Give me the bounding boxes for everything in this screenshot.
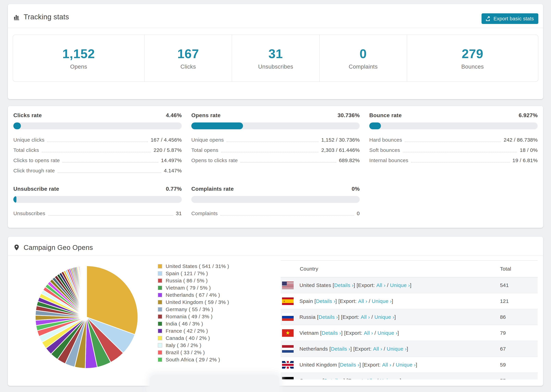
export-all-link[interactable]: All › bbox=[366, 378, 375, 379]
legend-swatch bbox=[158, 343, 162, 348]
rate-detail-row: Complaints0 bbox=[191, 208, 360, 219]
export-all-link[interactable]: All › bbox=[364, 330, 373, 336]
campaign-geo-opens-card: Campaign Geo Opens United States ( 541 /… bbox=[8, 237, 543, 386]
stat-box-opens: 1,152Opens bbox=[13, 35, 144, 81]
rate-detail-row: Total opens2,303 / 61.446% bbox=[191, 145, 360, 155]
stat-value: 167 bbox=[177, 47, 199, 61]
legend-swatch bbox=[158, 271, 162, 276]
details-link[interactable]: Details › bbox=[316, 298, 335, 304]
rate-progress-bar bbox=[369, 122, 538, 129]
legend-item: United States ( 541 / 31% ) bbox=[158, 263, 281, 270]
es-flag-icon bbox=[282, 297, 294, 305]
rate-value: 6.927% bbox=[519, 112, 538, 119]
details-link[interactable]: Details › bbox=[322, 330, 341, 336]
geo-table-row-ru: Russia [Details ›] [Export: All › / Uniq… bbox=[281, 309, 538, 325]
geo-table-row-us: United States [Details ›] [Export: All ›… bbox=[281, 277, 538, 293]
export-unique-link[interactable]: Unique › bbox=[396, 362, 416, 368]
export-unique-link[interactable]: Unique › bbox=[390, 282, 410, 288]
rate-detail-value: 4.147% bbox=[164, 168, 182, 174]
rate-value: 0.77% bbox=[166, 186, 182, 192]
rate-section-complaints-rate: Complaints rate0%Complaints0 bbox=[191, 185, 360, 219]
rate-detail-label: Opens to clicks rate bbox=[191, 158, 238, 163]
dotted-leader bbox=[48, 215, 173, 216]
export-all-link[interactable]: All › bbox=[382, 362, 391, 368]
tracking-stats-card: Tracking stats Export basic stats 1,152O… bbox=[8, 4, 543, 99]
details-link[interactable]: Details › bbox=[331, 346, 350, 352]
legend-item: Romania ( 49 / 3% ) bbox=[158, 313, 281, 320]
rate-detail-value: 19 / 6.81% bbox=[513, 158, 538, 163]
rate-section-opens-rate: Opens rate30.736%Unique opens1,152 / 30.… bbox=[191, 112, 360, 176]
country-name: Spain [ bbox=[299, 298, 316, 304]
export-basic-stats-button[interactable]: Export basic stats bbox=[481, 13, 538, 24]
stat-value: 1,152 bbox=[62, 47, 95, 61]
export-unique-link[interactable]: Unique › bbox=[374, 314, 395, 320]
rate-detail-value: 167 / 4.456% bbox=[151, 137, 182, 143]
link-separator: / bbox=[367, 298, 372, 304]
export-prefix: ] [Export: bbox=[359, 362, 382, 368]
stat-box-complaints: 0Complaints bbox=[319, 35, 407, 81]
export-unique-link[interactable]: Unique › bbox=[380, 378, 400, 379]
rate-title: Complaints rate bbox=[191, 186, 234, 192]
geo-opens-pie-chart[interactable] bbox=[35, 265, 139, 369]
rate-detail-value: 1,152 / 30.736% bbox=[321, 137, 360, 143]
export-all-link[interactable]: All › bbox=[358, 298, 367, 304]
rate-title: Clicks rate bbox=[13, 112, 42, 119]
geo-body: United States ( 541 / 31% )Spain ( 121 /… bbox=[8, 256, 543, 379]
export-all-link[interactable]: All › bbox=[376, 282, 386, 288]
export-all-link[interactable]: All › bbox=[361, 314, 370, 320]
details-link[interactable]: Details › bbox=[319, 314, 338, 320]
link-separator: / bbox=[373, 330, 377, 336]
export-prefix: ] [Export: bbox=[341, 330, 364, 336]
legend-swatch bbox=[158, 336, 162, 340]
geo-table-header-row: Country Total bbox=[281, 261, 538, 277]
legend-label: Vietnam ( 79 / 5% ) bbox=[166, 285, 211, 291]
legend-label: Germany ( 55 / 3% ) bbox=[166, 307, 213, 312]
rate-detail-label: Hard bounces bbox=[369, 137, 402, 143]
rate-detail-value: 689.82% bbox=[339, 158, 360, 163]
de-flag-icon bbox=[282, 377, 294, 379]
country-total: 121 bbox=[493, 298, 538, 304]
geo-table: Country Total United States [Details ›] … bbox=[281, 260, 538, 379]
legend-label: France ( 42 / 2% ) bbox=[166, 328, 208, 334]
dotted-leader bbox=[226, 141, 319, 142]
country-total: 86 bbox=[493, 314, 538, 320]
bracket-close: ] bbox=[410, 282, 411, 288]
export-prefix: ] [Export: bbox=[353, 282, 376, 288]
tracking-stats-page: Tracking stats Export basic stats 1,152O… bbox=[0, 0, 551, 392]
legend-swatch bbox=[158, 264, 162, 268]
export-prefix: ] [Export: bbox=[335, 298, 358, 304]
rates-grid: Clicks rate4.46%Unique clicks167 / 4.456… bbox=[13, 112, 538, 219]
link-separator: / bbox=[370, 314, 374, 320]
campaign-geo-opens-header: Campaign Geo Opens bbox=[8, 237, 543, 256]
legend-item: France ( 42 / 2% ) bbox=[158, 327, 281, 335]
details-link[interactable]: Details › bbox=[324, 378, 344, 379]
us-flag-icon bbox=[282, 281, 294, 289]
details-link[interactable]: Details › bbox=[340, 362, 360, 368]
map-marker-icon bbox=[13, 244, 20, 251]
rate-detail-row: Total clicks220 / 5.87% bbox=[13, 145, 182, 155]
legend-label: Canada ( 40 / 2% ) bbox=[166, 335, 210, 341]
legend-label: United States ( 541 / 31% ) bbox=[166, 263, 229, 269]
details-link[interactable]: Details › bbox=[334, 282, 354, 288]
rate-progress-fill bbox=[369, 122, 381, 129]
rate-value: 4.46% bbox=[166, 112, 182, 119]
rate-progress-bar bbox=[191, 122, 360, 129]
bracket-close: ] bbox=[394, 314, 396, 320]
export-unique-link[interactable]: Unique › bbox=[372, 298, 392, 304]
legend-item: Vietnam ( 79 / 5% ) bbox=[158, 284, 281, 291]
campaign-geo-opens-title: Campaign Geo Opens bbox=[24, 244, 93, 252]
country-total: 55 bbox=[493, 378, 538, 379]
legend-item: Spain ( 121 / 7% ) bbox=[158, 270, 281, 277]
legend-item: India ( 46 / 3% ) bbox=[158, 320, 281, 327]
legend-item: Russia ( 86 / 5% ) bbox=[158, 277, 281, 284]
tracking-stats-title: Tracking stats bbox=[24, 13, 69, 21]
export-unique-link[interactable]: Unique › bbox=[377, 330, 397, 336]
export-all-link[interactable]: All › bbox=[373, 346, 382, 352]
stat-label: Complaints bbox=[349, 63, 378, 70]
export-unique-link[interactable]: Unique › bbox=[387, 346, 407, 352]
rate-detail-row: Unique opens1,152 / 30.736% bbox=[191, 135, 360, 145]
country-name: United States [ bbox=[299, 282, 334, 288]
pie-slice[interactable] bbox=[86, 266, 87, 317]
rate-section-bounce-rate: Bounce rate6.927%Hard bounces242 / 86.73… bbox=[369, 112, 538, 176]
rate-progress-fill bbox=[13, 196, 16, 203]
